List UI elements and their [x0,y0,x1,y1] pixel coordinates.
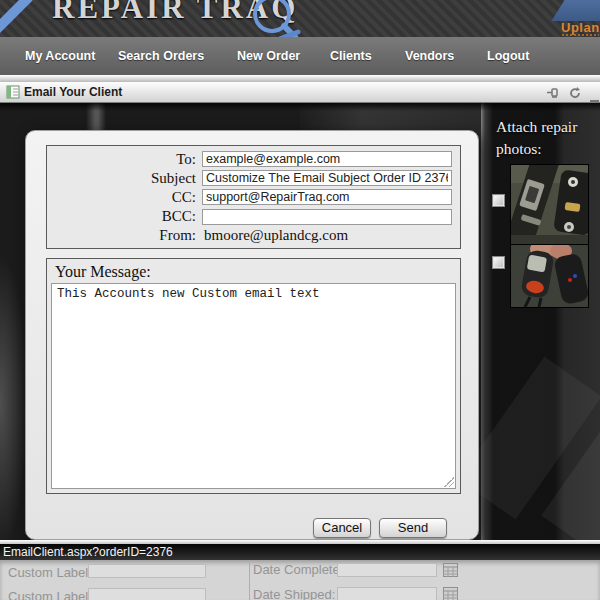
app-window: REPAIR TRAQ Upland My Account Search Ord… [0,0,600,600]
to-input[interactable] [202,151,452,167]
pin-icon[interactable] [546,86,560,100]
form-divider [249,560,250,600]
to-label: To: [47,151,202,168]
custom-label-3-input[interactable] [88,564,206,578]
wrench-icon [0,0,38,37]
custom-label-4-input[interactable] [88,588,206,600]
resize-handle[interactable] [444,477,454,487]
date-shipped-label: Date Shipped: [253,587,335,600]
message-textarea[interactable]: This Accounts new Custom email text [51,283,456,489]
date-shipped-input[interactable] [337,587,437,600]
nav-clients[interactable]: Clients [330,37,372,75]
from-label: From: [47,227,202,244]
subject-label: Subject [47,170,202,187]
background-form: Custom Label 3: Custom Label 4: Date Com… [0,560,600,600]
date-completed-input[interactable] [337,563,437,577]
refresh-icon[interactable] [568,86,582,100]
nav-new-order[interactable]: New Order [237,37,300,75]
app-header: REPAIR TRAQ Upland [0,0,600,37]
nav-divider-strip [0,75,600,82]
cc-input[interactable] [202,189,452,205]
backdrop-shade [0,103,600,111]
repair-photo-2 [511,245,588,307]
date-completed-label: Date Completed: [253,562,351,577]
subject-input[interactable] [202,170,452,186]
minimize-icon[interactable] [590,90,600,104]
nav-search-orders[interactable]: Search Orders [118,37,204,75]
panel-titlebar: Email Your Client [0,82,600,103]
bcc-input[interactable] [202,209,452,225]
status-url: EmailClient.aspx?orderID=2376 [3,545,173,559]
brand-tagline [562,34,599,36]
magnifier-wrench-icon [248,0,306,37]
photo-1-checkbox[interactable] [492,194,505,207]
message-fieldset: Your Message: This Accounts new Custom e… [46,258,461,494]
cc-label: CC: [47,189,202,206]
repair-photo-1 [511,165,588,245]
nav-my-account[interactable]: My Account [25,37,95,75]
modal-backdrop: To: Subject CC: BCC: From: bmoore@upland… [0,103,600,540]
panel-title: Email Your Client [24,82,122,103]
main-nav: My Account Search Orders New Order Clien… [0,37,600,75]
calendar-icon[interactable] [443,563,458,577]
brand-name: Upland [561,20,600,35]
message-label: Your Message: [47,259,460,283]
bcc-label: BCC: [47,208,202,225]
email-dialog: To: Subject CC: BCC: From: bmoore@upland… [25,130,479,540]
send-email-button[interactable]: Send Email [379,518,447,538]
from-value: bmoore@uplandcg.com [202,227,452,244]
brand-logo-shape [551,0,600,21]
backdrop-glow [0,253,28,540]
attach-photos-title: Attach repair photos: [496,116,578,159]
cancel-button[interactable]: Cancel [313,518,371,538]
calendar-icon[interactable] [443,587,458,600]
nav-logout[interactable]: Logout [487,37,529,75]
status-bar: EmailClient.aspx?orderID=2376 [0,544,600,560]
nav-vendors[interactable]: Vendors [405,37,454,75]
photo-2-checkbox[interactable] [492,256,505,269]
form-icon [6,85,20,99]
email-header-fieldset: To: Subject CC: BCC: From: bmoore@upland… [46,145,461,249]
